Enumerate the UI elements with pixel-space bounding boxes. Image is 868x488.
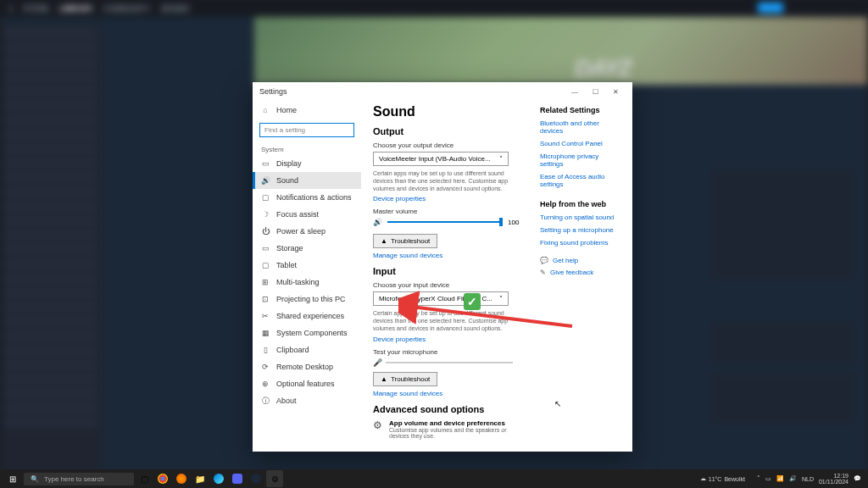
privacy-link[interactable]: Microphone privacy settings <box>540 152 620 168</box>
shared-icon: ✂ <box>261 312 270 320</box>
battery-icon[interactable]: ▭ <box>765 475 771 482</box>
output-device-props-link[interactable]: Device properties <box>373 195 523 202</box>
steam-topnav: ≡ STORE LIBRARY COMMUNITY JESSE8 <box>0 0 868 17</box>
help-icon: 💬 <box>540 257 548 264</box>
nav-display[interactable]: ▭Display <box>253 155 361 172</box>
weather-widget[interactable]: ☁ 11°C Bewolkt <box>700 475 745 482</box>
nav-remote[interactable]: ⟳Remote Desktop <box>253 358 361 375</box>
steam-panel <box>711 373 855 424</box>
nav-optional[interactable]: ⊕Optional features <box>253 375 361 392</box>
display-icon: ▭ <box>261 159 270 168</box>
spatial-link[interactable]: Turning on spatial sound <box>540 214 620 221</box>
mic-level-bar <box>386 362 513 363</box>
focus-icon: ☽ <box>261 210 270 219</box>
steam-panel <box>711 322 855 364</box>
wifi-icon[interactable]: 📶 <box>776 475 784 482</box>
input-device-props-link[interactable]: Device properties <box>373 336 523 343</box>
tray-chevron-icon[interactable]: ˄ <box>757 475 760 482</box>
steam-panel <box>711 169 855 280</box>
clock[interactable]: 12:19 01/11/2024 <box>819 473 849 485</box>
warning-icon: ▲ <box>381 375 387 383</box>
nav-shared[interactable]: ✂Shared experiences <box>253 308 361 324</box>
nav-storage[interactable]: ▭Storage <box>253 240 361 257</box>
test-mic-label: Test your microphone <box>373 348 523 356</box>
app-volume-prefs[interactable]: ⚙ App volume and device preferences Cust… <box>373 419 523 439</box>
steam-action-button <box>758 3 783 13</box>
explorer-icon[interactable]: 📁 <box>192 470 209 487</box>
bluetooth-link[interactable]: Bluetooth and other devices <box>540 119 620 135</box>
master-volume-label: Master volume <box>373 208 523 215</box>
input-manage-link[interactable]: Manage sound devices <box>373 390 523 397</box>
language-indicator[interactable]: NLD <box>802 476 814 482</box>
remote-icon: ⟳ <box>261 363 270 371</box>
advanced-heading: Advanced sound options <box>373 404 523 414</box>
nav-focus[interactable]: ☽Focus assist <box>253 206 361 223</box>
fixing-link[interactable]: Fixing sound problems <box>540 239 620 247</box>
nav-notifications[interactable]: ▢Notifications & actions <box>253 189 361 206</box>
notifications-icon: ▢ <box>261 193 270 202</box>
home-icon: ⌂ <box>261 106 270 114</box>
edge-icon[interactable] <box>210 470 227 487</box>
ease-link[interactable]: Ease of Access audio settings <box>540 173 620 188</box>
optional-icon: ⊕ <box>261 380 270 388</box>
start-button[interactable]: ⊞ <box>3 469 22 488</box>
setup-mic-link[interactable]: Setting up a microphone <box>540 226 620 234</box>
discord-icon[interactable] <box>229 470 246 487</box>
chrome-icon[interactable] <box>154 470 171 487</box>
nav-about[interactable]: ⓘAbout <box>253 392 361 409</box>
feedback-link[interactable]: ✎ Give feedback <box>540 269 620 276</box>
taskbar-search[interactable]: 🔍Type here to search <box>24 473 134 485</box>
minimize-button[interactable]: — <box>565 84 585 99</box>
settings-window: Settings — ☐ ✕ ⌂ Home Find a setting Sys… <box>253 82 632 452</box>
about-icon: ⓘ <box>261 396 270 405</box>
home-button[interactable]: ⌂ Home <box>253 101 361 119</box>
game-hero: DAYZ <box>254 17 868 85</box>
settings-taskbar-icon[interactable]: ⚙ <box>266 470 283 487</box>
search-input[interactable]: Find a setting <box>259 123 354 137</box>
nav-clipboard[interactable]: ▯Clipboard <box>253 341 361 358</box>
output-manage-link[interactable]: Manage sound devices <box>373 252 523 259</box>
notifications-tray-icon[interactable]: 💬 <box>854 475 861 482</box>
cursor-icon: ↖ <box>554 399 561 408</box>
nav-multitask[interactable]: ⊞Multi-tasking <box>253 274 361 291</box>
annotation-checkmark-icon: ✓ <box>464 293 481 310</box>
firefox-icon[interactable] <box>173 470 190 487</box>
sliders-icon: ⚙ <box>373 419 382 431</box>
steam-sidebar <box>0 25 102 471</box>
game-logo: DAYZ <box>575 55 631 82</box>
output-heading: Output <box>373 126 523 136</box>
titlebar: Settings — ☐ ✕ <box>253 82 632 101</box>
tablet-icon: ▢ <box>261 261 270 269</box>
output-device-dropdown[interactable]: VoiceMeeter Input (VB-Audio Voice... ˅ <box>373 152 509 166</box>
maximize-button[interactable]: ☐ <box>585 84 605 99</box>
projecting-icon: ⊡ <box>261 295 270 303</box>
settings-content: Sound Output Choose your output device V… <box>361 101 632 452</box>
control-panel-link[interactable]: Sound Control Panel <box>540 140 620 147</box>
taskbar: ⊞ 🔍Type here to search ▢ 📁 ⚙ ☁ 11°C Bewo… <box>0 469 868 488</box>
input-troubleshoot-button[interactable]: ▲Troubleshoot <box>373 372 437 386</box>
storage-icon: ▭ <box>261 244 270 252</box>
output-desc: Certain apps may be set up to use differ… <box>373 169 523 192</box>
chevron-down-icon: ˅ <box>499 155 503 163</box>
volume-tray-icon[interactable]: 🔊 <box>789 475 797 482</box>
nav-power[interactable]: ⏻Power & sleep <box>253 223 361 240</box>
feedback-icon: ✎ <box>540 269 546 276</box>
category-label: System <box>253 142 361 155</box>
volume-value: 100 <box>508 219 523 226</box>
nav-projecting[interactable]: ⊡Projecting to this PC <box>253 291 361 308</box>
output-troubleshoot-button[interactable]: ▲Troubleshoot <box>373 234 437 248</box>
clipboard-icon: ▯ <box>261 346 270 354</box>
nav-sound[interactable]: 🔊Sound <box>253 172 361 189</box>
speaker-icon: 🔊 <box>373 218 382 226</box>
window-title: Settings <box>259 87 287 96</box>
input-choose-label: Choose your input device <box>373 281 523 289</box>
get-help-link[interactable]: 💬 Get help <box>540 257 620 264</box>
close-button[interactable]: ✕ <box>605 84 626 99</box>
volume-slider[interactable] <box>387 221 503 223</box>
steam-icon[interactable] <box>248 470 264 487</box>
input-device-dropdown[interactable]: Microfoon (HyperX Cloud Flight S C... ˅ <box>373 291 509 306</box>
nav-components[interactable]: ▦System Components <box>253 324 361 341</box>
settings-sidebar: ⌂ Home Find a setting System ▭Display 🔊S… <box>253 101 361 452</box>
task-view-button[interactable]: ▢ <box>136 470 153 487</box>
nav-tablet[interactable]: ▢Tablet <box>253 257 361 274</box>
